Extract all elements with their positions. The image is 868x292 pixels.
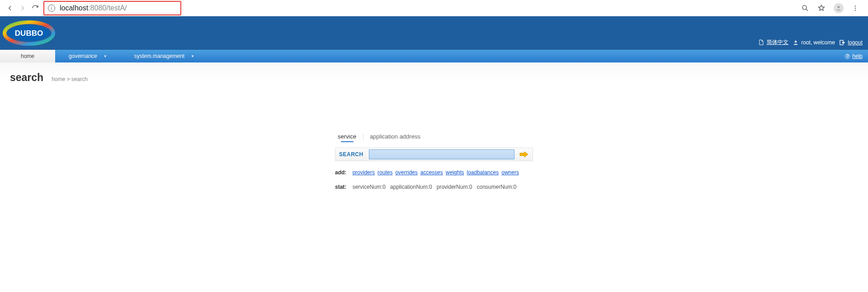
nav-back-button[interactable] xyxy=(4,2,16,14)
help-icon: ? xyxy=(844,53,850,59)
nav-reload-button[interactable] xyxy=(29,2,42,14)
stat-item: consumerNum:0 xyxy=(476,184,516,190)
add-link-loadbalances[interactable]: loadbalances xyxy=(467,169,499,176)
search-label: SEARCH xyxy=(339,151,363,158)
dubbo-logo: DUBBO xyxy=(3,20,58,48)
add-row: add: providersroutesoverridesaccesseswei… xyxy=(335,169,533,176)
document-icon xyxy=(759,39,764,45)
search-go-button[interactable] xyxy=(519,150,529,159)
stat-label: stat: xyxy=(335,184,346,190)
menu-system-management[interactable]: system.management▼ xyxy=(121,50,208,62)
kebab-menu-icon[interactable] xyxy=(852,5,859,12)
stat-item: providerNum:0 xyxy=(437,184,472,190)
svg-point-3 xyxy=(855,7,856,8)
add-link-routes[interactable]: routes xyxy=(377,169,392,176)
search-tabs: service application address xyxy=(335,133,533,144)
svg-point-8 xyxy=(795,41,797,43)
stat-row: stat: serviceNum:0applicationNum:0provid… xyxy=(335,184,533,190)
zoom-icon[interactable] xyxy=(801,4,809,12)
tab-application-address[interactable]: application address xyxy=(369,133,421,142)
app-banner: DUBBO 简体中文 root, welcome logout xyxy=(0,16,868,50)
user-icon xyxy=(793,40,798,45)
page-title: search xyxy=(10,72,43,84)
nav-forward-button[interactable] xyxy=(16,2,29,14)
chevron-down-icon: ▼ xyxy=(104,54,107,58)
svg-point-1 xyxy=(838,6,840,8)
welcome-text: root, welcome xyxy=(793,39,835,46)
svg-point-4 xyxy=(855,10,856,10)
logout-link[interactable]: logout xyxy=(840,39,863,46)
add-link-overrides[interactable]: overrides xyxy=(395,169,417,176)
search-panel: service application address SEARCH add: … xyxy=(335,133,533,190)
stat-item: serviceNum:0 xyxy=(353,184,386,190)
page-header: search home > search xyxy=(0,62,868,88)
tab-service[interactable]: service xyxy=(337,133,357,144)
add-link-weights[interactable]: weights xyxy=(446,169,464,176)
breadcrumb: home > search xyxy=(52,76,88,82)
svg-text:DUBBO: DUBBO xyxy=(15,29,43,38)
stat-item: applicationNum:0 xyxy=(390,184,432,190)
svg-point-2 xyxy=(855,5,856,6)
browser-right-icons xyxy=(801,3,864,13)
add-link-owners[interactable]: owners xyxy=(501,169,519,176)
browser-toolbar: i localhost:8080/testA/ xyxy=(0,0,868,16)
add-link-providers[interactable]: providers xyxy=(353,169,375,176)
menu-help[interactable]: ?help xyxy=(839,50,868,62)
add-link-accesses[interactable]: accesses xyxy=(420,169,443,176)
chevron-down-icon: ▼ xyxy=(191,54,194,58)
add-label: add: xyxy=(335,169,346,176)
logout-icon xyxy=(840,40,845,45)
main-menu: home governance▼ system.management▼ ?hel… xyxy=(0,50,868,62)
search-row: SEARCH xyxy=(335,148,533,161)
menu-governance[interactable]: governance▼ xyxy=(55,50,121,62)
tab-divider xyxy=(363,134,363,141)
site-info-icon[interactable]: i xyxy=(48,5,55,12)
lang-switch[interactable]: 简体中文 xyxy=(759,38,788,46)
bookmark-star-icon[interactable] xyxy=(817,4,826,12)
arrow-right-icon xyxy=(519,151,528,158)
svg-point-0 xyxy=(802,5,807,10)
menu-home[interactable]: home xyxy=(0,50,55,62)
search-input[interactable] xyxy=(369,149,514,159)
profile-avatar-icon[interactable] xyxy=(834,3,844,13)
address-bar[interactable]: i localhost:8080/testA/ xyxy=(43,1,181,15)
url-text: localhost:8080/testA/ xyxy=(60,4,127,12)
